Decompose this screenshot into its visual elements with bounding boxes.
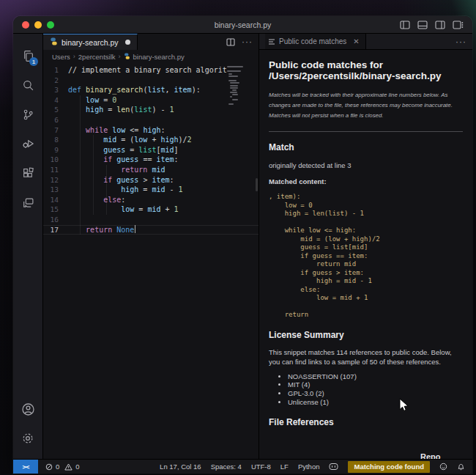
code-line[interactable]: 8 mid = (low + high)/2 [43, 135, 259, 145]
cursor-position[interactable]: Ln 17, Col 16 [160, 463, 201, 471]
tab-label: binary-search.py [62, 38, 119, 47]
remote-icon: >< [23, 463, 29, 471]
code-line[interactable]: 17 return None [43, 225, 259, 235]
code-text: else: [68, 195, 125, 205]
code-line[interactable]: 2 [43, 76, 259, 86]
editor-more-actions-icon[interactable]: ··· [242, 37, 253, 47]
breadcrumb: Users› 2percentsilk› binary-search.py [43, 50, 259, 63]
problems-indicator[interactable]: 0 0 [45, 463, 80, 471]
matched-code-block: , item): low = 0 high = len(list) - 1 wh… [269, 193, 463, 320]
code-line[interactable]: 14 else: [43, 195, 259, 205]
minimap-line [227, 70, 241, 72]
text-cursor [135, 225, 135, 233]
tab-public-code-matches[interactable]: Public code matches ✕ [265, 34, 366, 49]
matched-content-label: Matched content: [269, 177, 463, 185]
code-line[interactable]: 16 [43, 215, 259, 225]
toggle-panel-icon[interactable] [417, 21, 428, 29]
line-number: 1 [43, 65, 68, 76]
eol-setting[interactable]: LF [280, 463, 289, 471]
code-text: mid = (low + high)/2 [68, 135, 192, 145]
code-text: return None [68, 225, 134, 235]
minimap-line [232, 89, 237, 91]
activity-bar-item-source-control[interactable] [13, 100, 42, 129]
line-number: 5 [43, 105, 68, 115]
activity-bar-item-run-debug[interactable] [13, 129, 42, 158]
editor-tab-bar: binary-search.py ··· [43, 34, 259, 50]
activity-bar-item-settings-gear[interactable] [13, 424, 42, 453]
breadcrumb-file[interactable]: binary-search.py [133, 53, 185, 61]
activity-bar-item-account[interactable] [13, 394, 42, 424]
indent-guide [106, 165, 107, 215]
line-number: 11 [43, 165, 68, 175]
editor-group: binary-search.py ··· Users› 2percentsilk… [43, 34, 259, 459]
editor-scrollbar[interactable] [256, 178, 258, 191]
code-text: low = 0 [68, 95, 116, 106]
code-line[interactable]: 12 if guess > item: [43, 175, 259, 185]
minimap[interactable] [227, 66, 255, 106]
license-list: NOASSERTION (107)MIT (4)GPL-3.0 (2)Unlic… [269, 372, 463, 407]
code-text: guess = list[mid] [68, 145, 179, 155]
zoom-window-button[interactable] [47, 21, 54, 29]
tab-binary-search[interactable]: binary-search.py [43, 34, 138, 50]
indentation-setting[interactable]: Spaces: 4 [211, 463, 242, 471]
mouse-cursor [399, 398, 409, 415]
code-text: return mid [68, 165, 165, 175]
matching-code-found-badge[interactable]: Matching code found [348, 461, 430, 473]
toggle-primary-sidebar-icon[interactable] [400, 21, 410, 29]
activity-bar-item-files[interactable]: 1 [13, 41, 42, 70]
minimize-window-button[interactable] [34, 21, 42, 29]
code-text: // implement a binary search algorit [68, 65, 227, 76]
code-line[interactable]: 11 return mid [43, 165, 259, 175]
code-line[interactable]: 10 if guess == item: [43, 155, 259, 165]
list-icon [268, 38, 275, 45]
code-text: if guess == item: [68, 155, 179, 165]
code-line[interactable]: 1// implement a binary search algorit [43, 65, 259, 76]
code-line[interactable]: 6 [43, 115, 259, 125]
language-mode[interactable]: Python [298, 463, 320, 471]
line-number: 10 [43, 155, 68, 165]
minimap-line [232, 94, 239, 95]
activity-bar-item-chat[interactable] [13, 188, 42, 217]
settings-gear-icon [21, 432, 34, 445]
copilot-icon[interactable] [329, 463, 338, 471]
remote-indicator[interactable]: >< [13, 460, 38, 474]
line-number: 6 [43, 115, 68, 125]
code-line[interactable]: 4 low = 0 [43, 95, 259, 106]
code-line[interactable]: 13 high = mid - 1 [43, 185, 259, 195]
code-line[interactable]: 7 while low <= high: [43, 125, 259, 136]
clipped-text: Repo [420, 452, 441, 459]
indent-guide [80, 95, 81, 235]
panel-more-actions-icon[interactable]: ··· [455, 37, 466, 47]
code-line[interactable]: 15 low = mid + 1 [43, 205, 259, 215]
activity-bar-item-extensions[interactable] [13, 158, 42, 188]
match-detected-line: originally detected at line 3 [269, 161, 463, 169]
python-file-icon [124, 53, 130, 61]
panel-tab-bar: Public code matches ✕ ··· [259, 34, 472, 50]
account-icon [21, 402, 35, 416]
panel-tab-label: Public code matches [279, 37, 346, 45]
feedback-icon[interactable] [439, 463, 447, 471]
breadcrumb-users[interactable]: Users [52, 53, 70, 61]
match-heading: Match [269, 142, 463, 152]
panel-content: Public code matches for /Users/2percents… [259, 50, 472, 459]
split-editor-icon[interactable] [226, 38, 235, 46]
code-text: high = mid - 1 [68, 185, 183, 195]
panel-title: Public code matches for /Users/2percents… [269, 60, 463, 81]
close-window-button[interactable] [22, 21, 29, 29]
license-item: MIT (4) [288, 380, 463, 389]
code-editor[interactable]: 1// implement a binary search algorit23d… [43, 63, 259, 459]
encoding-setting[interactable]: UTF-8 [251, 463, 271, 471]
line-number: 2 [43, 76, 68, 86]
code-line[interactable]: 3def binary_search(list, item): [43, 85, 259, 95]
code-line[interactable]: 9 guess = list[mid] [43, 145, 259, 155]
minimap-line [230, 96, 232, 97]
toggle-secondary-sidebar-icon[interactable] [435, 21, 445, 29]
modified-dot-icon[interactable] [125, 40, 130, 45]
notifications-bell-icon[interactable] [457, 463, 465, 471]
customize-layout-icon[interactable] [453, 21, 464, 29]
breadcrumb-user[interactable]: 2percentsilk [78, 53, 116, 61]
code-line[interactable]: 5 high = len(list) - 1 [43, 105, 259, 115]
activity-bar-item-search[interactable] [13, 70, 42, 100]
close-icon[interactable]: ✕ [353, 37, 359, 45]
python-file-icon [50, 37, 58, 47]
